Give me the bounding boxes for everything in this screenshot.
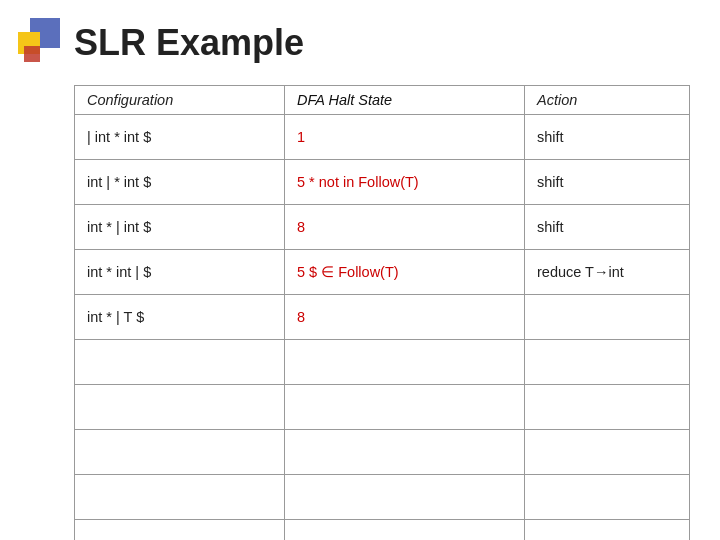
cell-dfa: 5 $ ∈ Follow(T) bbox=[285, 250, 525, 295]
cell-action bbox=[525, 475, 690, 520]
cell-config bbox=[75, 340, 285, 385]
cell-action bbox=[525, 385, 690, 430]
cell-action bbox=[525, 520, 690, 541]
cell-action: shift bbox=[525, 115, 690, 160]
cell-action: shift bbox=[525, 160, 690, 205]
table-row: | int * int $1shift bbox=[75, 115, 690, 160]
cell-action bbox=[525, 340, 690, 385]
cell-config bbox=[75, 430, 285, 475]
table-row bbox=[75, 385, 690, 430]
cell-dfa bbox=[285, 430, 525, 475]
cell-action: reduce T→int bbox=[525, 250, 690, 295]
cell-config bbox=[75, 475, 285, 520]
table-row: int * | int $8shift bbox=[75, 205, 690, 250]
table-row: int | * int $5 * not in Follow(T)shift bbox=[75, 160, 690, 205]
cell-dfa bbox=[285, 340, 525, 385]
page: SLR Example Configuration DFA Halt State… bbox=[0, 0, 720, 540]
cell-config: int * int | $ bbox=[75, 250, 285, 295]
main-table-container: Configuration DFA Halt State Action | in… bbox=[74, 85, 690, 510]
table-row bbox=[75, 520, 690, 541]
cell-dfa: 1 bbox=[285, 115, 525, 160]
header-action: Action bbox=[525, 86, 690, 115]
cell-action: shift bbox=[525, 205, 690, 250]
page-title: SLR Example bbox=[74, 22, 304, 64]
cell-action bbox=[525, 295, 690, 340]
cell-dfa: 8 bbox=[285, 295, 525, 340]
table-row bbox=[75, 430, 690, 475]
cell-config: | int * int $ bbox=[75, 115, 285, 160]
cell-dfa: 5 * not in Follow(T) bbox=[285, 160, 525, 205]
cell-config bbox=[75, 520, 285, 541]
logo-icon bbox=[18, 18, 62, 68]
cell-config bbox=[75, 385, 285, 430]
slr-table: Configuration DFA Halt State Action | in… bbox=[74, 85, 690, 540]
cell-config: int * | T $ bbox=[75, 295, 285, 340]
cell-dfa bbox=[285, 475, 525, 520]
cell-config: int | * int $ bbox=[75, 160, 285, 205]
table-row bbox=[75, 475, 690, 520]
table-row: int * | T $8 bbox=[75, 295, 690, 340]
table-row bbox=[75, 340, 690, 385]
cell-config: int * | int $ bbox=[75, 205, 285, 250]
table-header-row: Configuration DFA Halt State Action bbox=[75, 86, 690, 115]
cell-dfa bbox=[285, 385, 525, 430]
cell-action bbox=[525, 430, 690, 475]
header-configuration: Configuration bbox=[75, 86, 285, 115]
cell-dfa: 8 bbox=[285, 205, 525, 250]
table-row: int * int | $5 $ ∈ Follow(T)reduce T→int bbox=[75, 250, 690, 295]
cell-dfa bbox=[285, 520, 525, 541]
header-dfa-halt-state: DFA Halt State bbox=[285, 86, 525, 115]
